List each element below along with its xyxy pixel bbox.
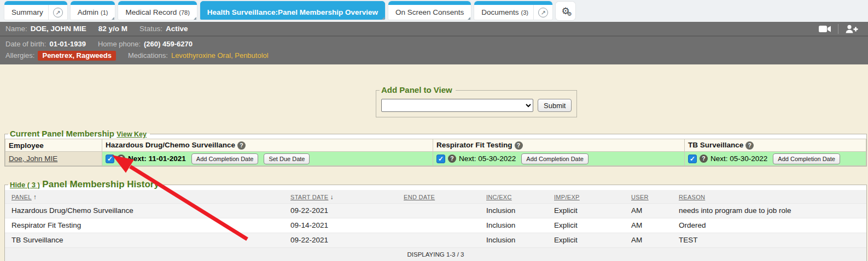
panel-membership-history-title: Panel Membership History: [42, 179, 159, 189]
sort-panel-header[interactable]: PANEL: [11, 194, 32, 200]
history-row: Respirator Fit Testing 09-14-2021 Inclus…: [5, 218, 866, 233]
sort-end-date-header[interactable]: END DATE: [404, 194, 435, 200]
sort-reason-header[interactable]: REASON: [679, 194, 705, 200]
history-start-date-cell: 09-22-2021: [284, 233, 397, 247]
tb-surveillance-checkbox[interactable]: ✓: [688, 155, 697, 163]
history-panel-cell: Hazardous Drug/Chemo Surveillance: [5, 203, 284, 218]
panel-select[interactable]: [381, 99, 533, 112]
tab-accent-stripe: [200, 1, 385, 5]
tab-bar: Summary ↗ Admin (1) Medical Record (78) …: [0, 0, 868, 22]
sort-start-date-header[interactable]: START DATE: [290, 194, 328, 200]
current-panel-member-row: Doe, John MIE ✓ ? Next: 11-01-2021 Add C…: [5, 152, 866, 166]
history-start-date-cell: 09-14-2021: [284, 218, 397, 233]
allergies-label: Allergies:: [5, 51, 34, 60]
help-icon[interactable]: ?: [448, 155, 456, 163]
history-imp-exp-cell: Explicit: [547, 233, 625, 247]
gear-small-icon: ⚙: [567, 11, 572, 17]
medications-label: Medications:: [128, 51, 168, 60]
tab-admin[interactable]: Admin (1): [71, 1, 115, 20]
help-icon[interactable]: ?: [117, 155, 125, 163]
tab-health-surveillance-active[interactable]: Health Surveillance:Panel Membership Ove…: [200, 1, 385, 20]
add-completion-date-button[interactable]: Add Completion Date: [773, 153, 840, 164]
history-imp-exp-cell: Explicit: [547, 218, 625, 233]
banner-icon-divider: [838, 24, 838, 34]
current-panel-membership-section: Current Panel Membership View Key Employ…: [4, 129, 867, 167]
hazardous-drug-checkbox[interactable]: ✓: [106, 155, 114, 163]
allergies-badge: Penetrex, Ragweeds: [38, 51, 115, 61]
documents-external-link-button[interactable]: ↗: [533, 5, 548, 20]
hazardous-drug-column-header: Hazardous Drug/Chemo Surveillance: [106, 141, 235, 149]
employee-column-header: Employee: [9, 141, 44, 150]
tab-documents-label: Documents: [481, 8, 519, 16]
name-label: Name:: [5, 25, 27, 33]
history-user-cell: AM: [625, 233, 672, 247]
help-icon[interactable]: ?: [700, 155, 708, 163]
panel-membership-history-section: Hide ( 3 ) Panel Membership History PANE…: [4, 179, 867, 261]
page-body: Add Panel to View Submit Current Panel M…: [0, 85, 868, 261]
tab-medical-record[interactable]: Medical Record (78): [118, 1, 196, 20]
tab-documents[interactable]: Documents (3) ↗: [474, 1, 552, 20]
sort-inc-exc-header[interactable]: INC/EXC: [486, 194, 512, 200]
current-panel-membership-title: Current Panel Membership: [10, 129, 114, 138]
tab-medical-record-count: (78): [179, 9, 190, 16]
help-icon[interactable]: ?: [237, 141, 246, 150]
medications-value: Levothyroxine Oral, Penbutolol: [171, 51, 269, 60]
patient-dob: 01-01-1939: [49, 40, 86, 48]
history-footer-row: DISPLAYING 1-3 / 3: [5, 247, 866, 261]
summary-external-link-button[interactable]: ↗: [48, 5, 63, 20]
tab-accent-stripe: [474, 1, 552, 5]
tab-health-surveillance-label: Health Surveillance:Panel Membership Ove…: [207, 8, 378, 16]
patient-age-sex: 82 y/o M: [98, 25, 127, 33]
video-camera-icon[interactable]: [819, 25, 831, 33]
status-label: Status:: [139, 25, 162, 33]
patient-status: Active: [166, 25, 188, 33]
patient-phone: (260) 459-6270: [144, 40, 193, 48]
next-due-date: Next: 05-30-2022: [710, 155, 767, 163]
tab-summary[interactable]: Summary ↗: [4, 1, 67, 20]
history-user-cell: AM: [625, 218, 672, 233]
tab-admin-count: (1): [101, 9, 108, 16]
respirator-fit-checkbox[interactable]: ✓: [436, 155, 445, 163]
history-row: Hazardous Drug/Chemo Surveillance 09-22-…: [5, 203, 866, 218]
add-completion-date-button[interactable]: Add Completion Date: [191, 153, 259, 164]
tb-surveillance-column-header: TB Surveillance: [688, 141, 743, 149]
next-due-date: Next: 11-01-2021: [128, 155, 186, 163]
set-due-date-button[interactable]: Set Due Date: [264, 153, 310, 164]
tab-summary-label: Summary: [11, 8, 43, 16]
history-header-row: PANEL↑ START DATE↓ END DATE INC/EXC IMP/…: [5, 190, 866, 203]
hide-history-link[interactable]: Hide ( 3 ): [10, 181, 40, 189]
history-imp-exp-cell: Explicit: [547, 203, 625, 218]
employee-link[interactable]: Doe, John MIE: [9, 155, 57, 163]
patient-name: DOE, JOHN MIE: [31, 25, 86, 33]
next-due-date: Next: 05-30-2022: [459, 155, 516, 163]
tab-on-screen-consents[interactable]: On Screen Consents: [388, 1, 471, 20]
tab-admin-label: Admin: [78, 8, 98, 16]
sort-asc-icon: ↑: [33, 193, 37, 201]
add-completion-date-button[interactable]: Add Completion Date: [521, 153, 589, 164]
sort-imp-exp-header[interactable]: IMP/EXP: [554, 194, 580, 200]
current-panel-header-row: Employee Hazardous Drug/Chemo Surveillan…: [5, 139, 866, 152]
add-person-icon[interactable]: [845, 25, 858, 33]
history-panel-cell: Respirator Fit Testing: [5, 218, 284, 233]
patient-banner: Name: DOE, JOHN MIE 82 y/o M Status: Act…: [0, 22, 868, 64]
tab-on-screen-consents-label: On Screen Consents: [395, 8, 464, 16]
submit-button[interactable]: Submit: [538, 99, 572, 112]
history-inc-exc-cell: Inclusion: [480, 233, 547, 247]
sort-user-header[interactable]: USER: [631, 194, 649, 200]
history-end-date-cell: [397, 218, 480, 233]
help-icon[interactable]: ?: [515, 141, 523, 150]
tab-medical-record-label: Medical Record: [125, 8, 177, 16]
sort-desc-icon: ↓: [330, 193, 333, 201]
history-row: TB Surveillance 09-22-2021 Inclusion Exp…: [5, 233, 866, 247]
settings-button[interactable]: ⚙ ⚙: [556, 2, 575, 20]
help-icon[interactable]: ?: [745, 141, 754, 150]
arrow-up-right-icon: ↗: [538, 8, 548, 17]
tab-accent-stripe: [4, 1, 67, 5]
add-panel-to-view-section: Add Panel to View Submit: [376, 85, 577, 117]
patient-banner-row-1: Name: DOE, JOHN MIE 82 y/o M Status: Act…: [0, 22, 868, 37]
view-key-link[interactable]: View Key: [116, 130, 147, 138]
tab-accent-stripe: [388, 1, 471, 5]
tab-accent-stripe: [71, 1, 115, 5]
history-start-date-cell: 09-22-2021: [284, 203, 397, 218]
respirator-fit-column-header: Respirator Fit Testing: [436, 141, 512, 149]
